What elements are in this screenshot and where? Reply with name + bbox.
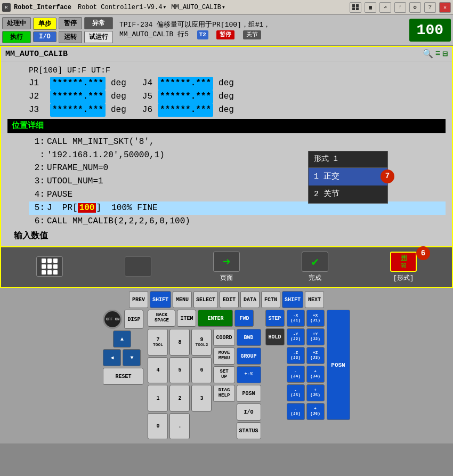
fctn-key[interactable]: FCTN <box>261 291 280 308</box>
layout-icon[interactable]: ⊟ <box>442 49 448 59</box>
menu-key[interactable]: MENU <box>173 291 192 308</box>
prev-key[interactable]: PREV <box>129 291 148 308</box>
key-8[interactable]: 8 <box>169 329 190 356</box>
menu-icon[interactable]: ≡ <box>435 49 441 59</box>
empty-icon <box>125 256 151 277</box>
key-4[interactable]: 4 <box>148 357 168 384</box>
status-key[interactable]: STATUS <box>237 422 261 439</box>
status-bar: 处理中 执行 单步 I/O 暂停 运转 异常 试运行 TPIF-234 偏移量可… <box>0 15 453 46</box>
speed-value: 100 <box>409 19 451 42</box>
code-line-1: 1: CALL MM_INIT_SKT('8', <box>29 135 446 149</box>
jog-z-pos[interactable]: +Z(J3) <box>306 347 325 364</box>
error-button[interactable]: 异常 <box>84 17 113 29</box>
group-key[interactable]: GROUP <box>237 348 261 365</box>
close-button[interactable]: ✕ <box>439 2 451 13</box>
input-row: 输入数值 <box>14 230 446 243</box>
controller-dropdown[interactable]: Robot Controller1-V9.4 <box>78 4 166 11</box>
bottom-toolbar: ➜ 页面 ✔ 完成 囲 閤 [形式] 6 <box>1 246 452 287</box>
badge-6: 6 <box>416 246 430 260</box>
j3-line: J3 ******.*** deg J6 ******.*** deg <box>29 103 446 117</box>
page-button-label: 页面 <box>220 273 233 283</box>
jog-j5-neg[interactable]: -(J5) <box>287 384 305 401</box>
pause-button[interactable]: 暂停 <box>59 17 82 29</box>
reset-key[interactable]: RESET <box>103 368 143 385</box>
diag-help-key[interactable]: DIAGHELP <box>213 385 234 402</box>
jog-y-neg[interactable]: -Y(J2) <box>287 328 305 345</box>
help-button[interactable]: ? <box>424 2 436 13</box>
key-3[interactable]: 3 <box>191 385 212 412</box>
disp-key[interactable]: DISP <box>124 310 143 329</box>
key-6[interactable]: 6 <box>191 357 212 384</box>
fwd-key[interactable]: FWD <box>234 310 254 327</box>
kb-main-section: OFF ON DISP ▲ ◀ ▼ RESET <box>5 310 448 439</box>
bwd-key[interactable]: BWD <box>237 329 261 346</box>
jog-j4-neg[interactable]: -(J4) <box>287 366 305 383</box>
key-dot[interactable]: . <box>169 413 190 440</box>
pr-line: PR[100] UF:F UT:F <box>29 64 446 77</box>
key-9[interactable]: 9TOOL2 <box>191 329 212 356</box>
jog-j5-pos[interactable]: +(J5) <box>306 384 325 401</box>
io-bottom-key[interactable]: I/O <box>237 404 261 421</box>
panel-header: MM_AUTO_CALIB 🔍 ≡ ⊟ <box>1 47 452 61</box>
jog-j6-pos[interactable]: +(J6) <box>306 403 325 420</box>
jog-y-pos[interactable]: +Y(J2) <box>306 328 325 345</box>
down-arrow-key[interactable]: ▼ <box>123 349 141 366</box>
kb-col-mid: BACKSPACE ITEM ENTER FWD 7TOOL 8 9TOOL2 … <box>148 310 261 439</box>
set-up-key[interactable]: SETUP <box>213 366 234 383</box>
toolbar-form-button[interactable]: 囲 閤 [形式] 6 <box>382 252 425 283</box>
execute-button[interactable]: 执行 <box>2 31 31 43</box>
back-button[interactable]: ↶ <box>379 2 391 13</box>
up-button[interactable]: ↑ <box>394 2 406 13</box>
step-button[interactable]: 单步 <box>33 18 56 30</box>
edit-key[interactable]: EDIT <box>220 291 239 308</box>
dots-icon <box>36 256 63 277</box>
panel-header-icons: 🔍 ≡ ⊟ <box>423 49 448 59</box>
coord-key[interactable]: COORD <box>213 329 234 346</box>
dropdown-item-1[interactable]: 1 正交 <box>309 168 387 185</box>
key-1[interactable]: 1 <box>148 385 168 412</box>
next-key[interactable]: NEXT <box>305 291 324 308</box>
toolbar-page-button[interactable]: ➜ 页面 <box>205 252 248 283</box>
monitor-button[interactable]: ▦ <box>365 2 376 13</box>
backspace-key[interactable]: BACKSPACE <box>148 310 175 327</box>
enter-key[interactable]: ENTER <box>198 310 233 327</box>
move-menu-key[interactable]: MOVEMENU <box>213 348 234 365</box>
dropdown-item-2[interactable]: 2 关节 <box>309 185 387 203</box>
jog-x-neg[interactable]: -X(J1) <box>287 310 305 327</box>
grid-view-button[interactable] <box>350 2 361 13</box>
key-2[interactable]: 2 <box>169 385 190 412</box>
test-run-button[interactable]: 试运行 <box>84 31 113 43</box>
select-key[interactable]: SELECT <box>193 291 218 308</box>
shift-key-right[interactable]: SHIFT <box>282 291 303 308</box>
jog-x-pos[interactable]: +X(J1) <box>306 310 325 327</box>
data-key[interactable]: DATA <box>240 291 260 308</box>
plus-minus-key[interactable]: +-% <box>237 366 261 383</box>
shift-key-left[interactable]: SHIFT <box>150 291 171 308</box>
step-key[interactable]: STEP <box>265 310 285 327</box>
jog-j6-neg[interactable]: -(J6) <box>287 403 305 420</box>
done-button-label: 完成 <box>309 273 321 283</box>
posn-bottom-key[interactable]: POSN <box>237 385 261 402</box>
io-button[interactable]: I/O <box>33 31 56 42</box>
item-key[interactable]: ITEM <box>177 310 196 327</box>
toolbar-dots-button[interactable] <box>28 256 71 278</box>
left-arrow-key[interactable]: ◀ <box>103 349 121 366</box>
jog-z-neg[interactable]: -Z(J3) <box>287 347 305 364</box>
zoom-icon[interactable]: 🔍 <box>423 49 433 59</box>
program-dropdown[interactable]: MM_AUTO_CALIB <box>171 4 224 11</box>
key-5[interactable]: 5 <box>169 357 190 384</box>
jog-j4-pos[interactable]: +(J4) <box>306 366 325 383</box>
key-0[interactable]: 0 <box>148 413 168 440</box>
kb-col-right: STEP HOLD -X(J1) +X(J1) -Y(J2) +Y(J2) -Z… <box>265 310 350 420</box>
run-button[interactable]: 运转 <box>59 31 82 43</box>
settings-button[interactable]: ⚙ <box>409 2 421 13</box>
toolbar-done-button[interactable]: ✔ 完成 <box>294 252 336 283</box>
up-arrow-key[interactable]: ▲ <box>113 330 131 348</box>
key-7[interactable]: 7TOOL <box>148 329 168 356</box>
kb-col-left: OFF ON DISP ▲ ◀ ▼ RESET <box>103 310 143 385</box>
hold-key[interactable]: HOLD <box>265 328 285 345</box>
off-on-switch[interactable]: OFF ON <box>103 310 122 329</box>
posn-big-key[interactable]: POSN <box>327 310 350 420</box>
processing-button[interactable]: 处理中 <box>2 17 31 29</box>
status-message: TPIF-234 偏移量可以应用于PR[100]，组#1， MM_AUTO_CA… <box>115 20 407 40</box>
